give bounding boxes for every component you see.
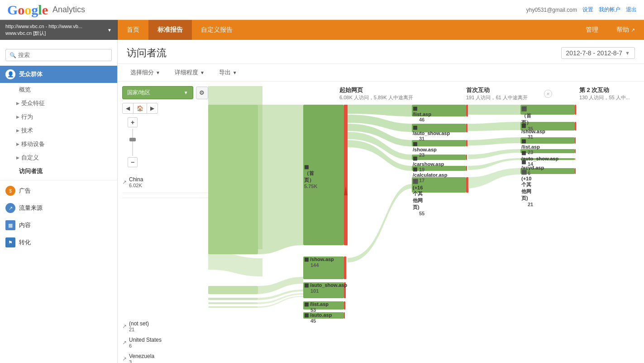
date-range-text: 2012-7-8 - 2012-8-7 xyxy=(566,49,623,57)
svg-rect-24 xyxy=(466,166,467,171)
us-name: United States xyxy=(129,337,162,343)
flow-area: 国家/地区 ▼ ⚙ ◀ 🏠 ▶ xyxy=(118,82,644,363)
svg-rect-31 xyxy=(520,137,575,144)
interact2-subtitle: 130 人访问，55 人中... xyxy=(579,94,630,101)
select-segment-btn[interactable]: 选择细分 ▼ xyxy=(127,67,164,78)
interact1-close-icon[interactable]: × xyxy=(544,90,552,98)
source-node-notset[interactable]: ↗ (not set) 21 xyxy=(122,319,208,333)
svg-rect-34 xyxy=(575,149,576,153)
svg-rect-32 xyxy=(575,137,576,144)
zoom-in-btn[interactable]: + xyxy=(128,117,138,127)
svg-rect-29 xyxy=(520,122,575,131)
notset-name: (not set) xyxy=(129,320,149,327)
date-range-selector[interactable]: 2012-7-8 - 2012-8-7 ▼ xyxy=(561,47,635,59)
source-selector-row: 国家/地区 ▼ ⚙ xyxy=(122,86,208,99)
traffic-icon: ↗ xyxy=(5,203,15,213)
us-arrow-icon: ↗ xyxy=(122,339,127,346)
country-selector-dropdown[interactable]: 国家/地区 ▼ xyxy=(122,86,193,99)
conversion-label: 转化 xyxy=(19,238,31,247)
page-title: 访问者流 xyxy=(127,46,167,60)
site-selector[interactable]: http://www.vbc.cn - http://www.vb... www… xyxy=(0,20,118,40)
source-node-us[interactable]: ↗ United States 6 xyxy=(122,336,208,349)
audience-label: 受众群体 xyxy=(19,70,43,78)
start-page-subtitle: 6.08K 人访问，5.89K 人中途离开 xyxy=(339,94,430,101)
sidebar: 🔍 👤 受众群体 概览 ▶ 受众特征 ▶ 行为 ▶ 技术 xyxy=(0,40,118,363)
account-link[interactable]: 我的帐户 xyxy=(599,6,620,14)
sidebar-item-audience[interactable]: 👤 受众群体 xyxy=(0,66,117,83)
interact1-header-box: 首次互动 191 人访问，61 人中途离开 × xyxy=(466,86,552,101)
sidebar-item-overview[interactable]: 概览 xyxy=(0,83,117,97)
help-btn[interactable]: 帮助 ↗ xyxy=(607,20,644,40)
nav-home-icon[interactable]: 🏠 xyxy=(134,103,147,113)
source-column: 国家/地区 ▼ ⚙ ◀ 🏠 ▶ xyxy=(122,86,208,363)
detail-level-btn[interactable]: 详细程度 ▼ xyxy=(171,67,208,78)
sidebar-item-behavior[interactable]: ▶ 行为 xyxy=(0,110,117,124)
search-input[interactable] xyxy=(18,52,108,58)
arrow-custom: ▶ xyxy=(16,155,19,160)
svg-rect-8 xyxy=(344,257,346,279)
header-right: yhy0531@gmail.com 设置 我的帐户 退出 xyxy=(526,6,637,14)
source-node-venezuela[interactable]: ↗ Venezuela 3 xyxy=(122,352,208,363)
content-area: 访问者流 2012-7-8 - 2012-8-7 ▼ 选择细分 ▼ 详细程度 ▼… xyxy=(118,40,644,363)
traffic-label: 流量来源 xyxy=(19,204,43,212)
zoom-handle[interactable] xyxy=(129,138,136,141)
manage-btn[interactable]: 管理 xyxy=(577,20,607,40)
nav-right-arrow[interactable]: ▶ xyxy=(147,103,157,113)
svg-rect-0 xyxy=(208,105,258,254)
sidebar-item-conversion[interactable]: ⚑ 转化 xyxy=(0,234,117,251)
nav-right: 管理 帮助 ↗ xyxy=(577,20,644,40)
sidebar-item-custom[interactable]: ▶ 自定义 xyxy=(0,151,117,165)
svg-rect-30 xyxy=(575,122,576,131)
source-nodes-list: ↗ China 6.02K ↗ (not xyxy=(122,175,208,363)
notset-arrow-icon: ↗ xyxy=(122,323,127,329)
tab-standard[interactable]: 标准报告 xyxy=(148,20,192,40)
svg-rect-9 xyxy=(303,282,344,298)
zoom-out-btn[interactable]: − xyxy=(128,157,138,167)
sidebar-item-audience-traits[interactable]: ▶ 受众特征 xyxy=(0,97,117,110)
tab-home[interactable]: 首页 xyxy=(118,20,148,40)
svg-rect-21 xyxy=(412,155,466,160)
gear-button[interactable]: ⚙ xyxy=(196,87,208,99)
select-segment-label: 选择细分 xyxy=(130,68,154,77)
sidebar-item-visitor-flow[interactable]: 访问者流 xyxy=(0,165,117,178)
interact2-header-box: 第 2 次互动 130 人访问，55 人中... × xyxy=(579,86,644,101)
settings-link[interactable]: 设置 xyxy=(582,6,593,14)
venezuela-count: 3 xyxy=(129,359,154,363)
nav-arrow-box: ◀ 🏠 ▶ xyxy=(122,103,158,114)
arrow-behavior: ▶ xyxy=(16,115,19,119)
svg-rect-4 xyxy=(208,306,258,308)
nav-left-arrow[interactable]: ◀ xyxy=(123,103,134,113)
svg-rect-2 xyxy=(208,298,258,300)
svg-rect-7 xyxy=(303,257,344,279)
svg-rect-10 xyxy=(344,282,346,298)
export-btn[interactable]: 导出 ▼ xyxy=(215,67,241,78)
sidebar-item-technology[interactable]: ▶ 技术 xyxy=(0,124,117,137)
svg-rect-37 xyxy=(520,168,575,174)
advertising-icon: $ xyxy=(5,186,15,196)
logout-link[interactable]: 退出 xyxy=(626,6,637,14)
flow-svg-area: 起始网页 6.08K 人访问，5.89K 人中途离开 首次互动 191 人访问，… xyxy=(208,86,644,363)
source-node-china[interactable]: ↗ China 6.02K xyxy=(122,175,208,189)
flow-visual-main: ▦ （首页） 5.75K ▦ /list.asp 46 xyxy=(208,105,644,363)
sidebar-item-advertising[interactable]: $ 广告 xyxy=(0,182,117,199)
svg-rect-14 xyxy=(344,312,345,319)
svg-rect-12 xyxy=(344,301,345,310)
svg-rect-33 xyxy=(520,149,575,153)
svg-rect-22 xyxy=(466,155,467,160)
sidebar-search-box[interactable]: 🔍 xyxy=(5,49,112,61)
svg-rect-16 xyxy=(466,105,468,116)
venezuela-arrow-icon: ↗ xyxy=(122,356,127,362)
china-arrow-icon: ↗ xyxy=(122,179,127,185)
navbar: http://www.vbc.cn - http://www.vb... www… xyxy=(0,20,644,40)
tab-custom[interactable]: 自定义报告 xyxy=(192,20,242,40)
detail-level-arrow: ▼ xyxy=(200,70,205,75)
logo-g2: g xyxy=(31,2,38,17)
conversion-icon: ⚑ xyxy=(5,237,15,247)
svg-rect-20 xyxy=(466,140,467,146)
sidebar-item-traffic[interactable]: ↗ 流量来源 xyxy=(0,199,117,217)
nav-tabs: 首页 标准报告 自定义报告 xyxy=(118,20,242,40)
sidebar-item-mobile[interactable]: ▶ 移动设备 xyxy=(0,137,117,151)
interact1-subtitle: 191 人访问，61 人中途离开 xyxy=(466,94,528,101)
sidebar-item-content[interactable]: ▦ 内容 xyxy=(0,217,117,234)
logo-o2: o xyxy=(24,2,31,17)
